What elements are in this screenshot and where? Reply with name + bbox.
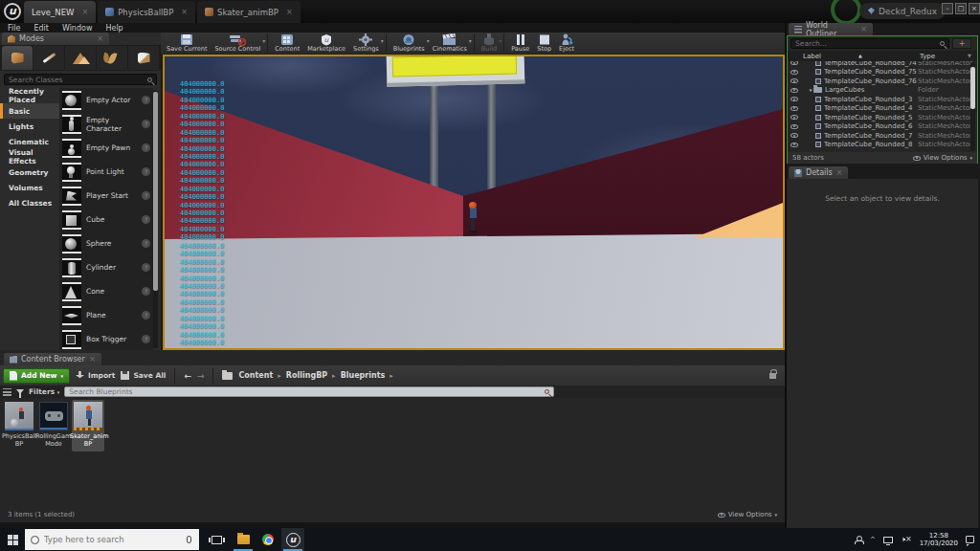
placeable-item-cube[interactable]: Cube? [59,208,153,231]
visibility-eye-icon[interactable] [791,70,798,75]
outliner-row[interactable]: TemplateCube_Rounded_4StaticMeshActor [788,104,977,114]
minimize-button[interactable]: – [942,3,953,14]
sources-toggle-icon[interactable] [3,388,11,396]
outliner-view-options-button[interactable]: View Options ▾ [913,154,972,162]
asset-search-input[interactable] [69,387,545,396]
add-new-button[interactable]: Add New ▾ [3,368,70,384]
visibility-eye-icon[interactable] [791,106,798,111]
eject-button[interactable]: Eject [555,32,578,53]
viewport-panel[interactable]: 404000000.0404000000.0404000000.04040000… [163,55,785,350]
placeable-item-player-start[interactable]: Player Start? [59,184,153,208]
outliner-row[interactable]: TemplateCube_Rounded_8StaticMeshActor [788,141,977,150]
taskbar-search-box[interactable] [25,529,199,550]
blueprints-button[interactable]: Blueprints ▾ [390,32,429,53]
breadcrumb-content[interactable]: Content [238,371,273,380]
visibility-eye-icon[interactable] [791,61,798,65]
world-outliner-tab[interactable]: World Outliner × [789,23,873,35]
geo-mode-tab[interactable] [128,46,159,70]
asset-tile-physicsball[interactable]: PhysicsBallBP [3,400,35,452]
details-tab[interactable]: Details × [789,166,848,179]
visibility-eye-icon[interactable] [791,115,798,120]
placeable-item-empty-pawn[interactable]: Empty Pawn? [59,136,153,160]
category-all-classes[interactable]: All Classes [0,195,59,210]
close-icon[interactable]: × [89,355,96,364]
people-icon[interactable] [855,536,862,543]
content-browser-tab[interactable]: Content Browser × [4,353,101,365]
pause-button[interactable]: Pause [507,32,533,53]
placeable-item-cone[interactable]: Cone? [59,279,153,303]
close-icon[interactable]: × [860,25,867,33]
close-icon[interactable]: × [81,8,88,16]
close-button[interactable]: × [969,3,980,14]
category-visual-effects[interactable]: Visual Effects [0,149,59,165]
outliner-column-header[interactable]: Label ▲ Type ▼ [788,51,977,61]
action-center-icon[interactable] [966,536,974,543]
placeable-item-sphere[interactable]: Sphere? [59,231,153,255]
scrollbar-thumb[interactable] [153,92,158,291]
asset-tile-skater_anim[interactable]: Skater_animBP [72,400,104,452]
search-classes-input[interactable] [9,76,147,84]
category-geometry[interactable]: Geometry [0,165,59,180]
outliner-search-input[interactable] [795,39,940,48]
filter-funnel-icon[interactable] [16,389,24,394]
forward-button[interactable]: → [197,371,205,381]
scrollbar-thumb[interactable] [970,67,975,109]
outliner-row[interactable]: ▾LargeCubesFolder [788,86,977,96]
stop-button[interactable]: Stop [533,32,555,53]
add-filter-button[interactable]: + [952,38,971,49]
close-icon[interactable]: × [836,168,843,177]
visibility-eye-icon[interactable] [791,124,798,129]
outliner-row[interactable]: TemplateCube_Rounded_5StaticMeshActor [788,113,977,122]
unreal-taskbar-button[interactable]: u [281,528,304,551]
placeable-item-box-trigger[interactable]: Box Trigger? [59,327,153,350]
outliner-row[interactable]: TemplateCube_Rounded_3StaticMeshActor [788,95,977,104]
path-folder-icon[interactable] [222,372,233,380]
editor-tab-PhysicsBallBP[interactable]: PhysicsBallBP× [98,1,195,23]
placeable-item-point-light[interactable]: Point Light? [59,160,153,184]
lock-icon[interactable] [769,373,776,379]
modes-scrollbar[interactable] [153,90,158,348]
category-basic[interactable]: Basic [0,103,59,119]
save-current-button[interactable]: Save Current [163,32,211,53]
placeable-item-empty-character[interactable]: Empty Character? [59,112,153,136]
placeable-item-cylinder[interactable]: Cylinder? [59,255,153,279]
chrome-button[interactable] [256,528,279,551]
visibility-eye-icon[interactable] [791,97,798,101]
outliner-scrollbar[interactable] [970,62,975,151]
start-button[interactable] [0,528,25,551]
fol-mode-tab[interactable] [97,46,127,70]
volume-muted-icon[interactable]: 🕨× [901,535,912,544]
taskbar-search-input[interactable] [44,535,182,544]
category-volumes[interactable]: Volumes [0,180,59,195]
menu-file[interactable]: File [8,24,20,33]
tray-chevron-icon[interactable]: ^ [870,536,876,543]
modes-panel-tab[interactable]: Modes × [2,33,109,45]
visibility-eye-icon[interactable] [791,88,798,93]
category-recently-placed[interactable]: Recently Placed [0,88,59,103]
save-all-button[interactable]: Save All [121,371,166,380]
visibility-eye-icon[interactable] [791,133,798,138]
category-lights[interactable]: Lights [0,119,59,134]
import-button[interactable]: Import [76,371,115,380]
clock[interactable]: 12:58 17/03/2020 [920,532,958,547]
land-mode-tab[interactable] [65,46,96,70]
visibility-eye-icon[interactable] [791,78,798,83]
source-control-button[interactable]: Source Control ▾ [211,32,264,53]
placeable-item-plane[interactable]: Plane? [59,303,153,327]
place-mode-tab[interactable] [2,46,33,70]
network-icon[interactable] [883,537,893,543]
label-column-header[interactable]: Label [803,53,821,60]
settings-button[interactable]: Settings ▾ [349,32,383,53]
outliner-row[interactable]: TemplateCube_Rounded_75StaticMeshActor [788,68,977,77]
visibility-eye-icon[interactable] [791,143,798,147]
category-cinematic[interactable]: Cinematic [0,134,59,149]
filters-button[interactable]: Filters ▾ [29,387,59,396]
close-icon[interactable]: × [286,8,293,16]
cb-view-options-button[interactable]: View Options ▾ [718,511,777,518]
menu-window[interactable]: Window [62,24,93,33]
file-explorer-button[interactable] [232,528,255,551]
chevron-down-icon[interactable]: ▼ [968,53,971,58]
editor-tab-Leve_NEW[interactable]: Leve_NEW× [24,1,96,23]
close-icon[interactable]: × [181,8,188,16]
close-icon[interactable]: × [97,34,103,43]
